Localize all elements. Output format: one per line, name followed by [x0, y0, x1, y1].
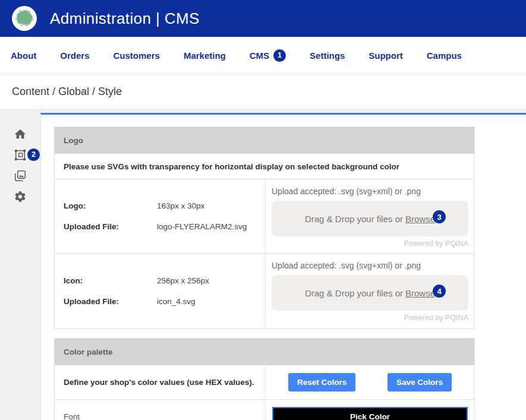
nav-item-cms[interactable]: CMS 1 — [250, 49, 286, 62]
annotation-badge-2: 2 — [27, 149, 40, 161]
color-instruction: Define your shop's color values (use HEX… — [55, 365, 265, 399]
main-nav: About Orders Customers Marketing CMS 1 S… — [0, 37, 526, 75]
photo-library-icon[interactable] — [14, 169, 27, 182]
reset-colors-button[interactable]: Reset Colors — [288, 373, 355, 391]
icon-file-row: Uploaded File: icon_4.svg — [64, 297, 256, 306]
logo-section-header: Logo — [55, 127, 474, 153]
nav-item-settings[interactable]: Settings — [310, 50, 345, 61]
uploaded-file-value: icon_4.svg — [157, 297, 256, 306]
content-region: 2 Logo Please use SVGs with transparency… — [0, 109, 526, 420]
browse-link[interactable]: Browse — [405, 214, 435, 224]
logo-section-note: Please use SVGs with transparency for ho… — [55, 153, 474, 179]
artboard-icon[interactable]: 2 — [14, 149, 27, 162]
uploaded-file-value: logo-FLYERALARM2.svg — [157, 222, 256, 231]
nav-item-campus[interactable]: Campus — [427, 50, 462, 61]
save-colors-button[interactable]: Save Colors — [388, 373, 452, 391]
logo-upload-row: Logo: 163px x 30px Uploaded File: logo-F… — [55, 179, 474, 253]
logo-dropzone[interactable]: Drag & Drop your files or Browse 3 — [272, 201, 468, 236]
nav-item-about[interactable]: About — [11, 50, 36, 61]
app-bar: Administration | CMS — [0, 0, 526, 37]
logo-label: Logo: — [64, 201, 157, 210]
browse-link[interactable]: Browse — [405, 288, 435, 298]
icon-size-row: Icon: 256px x 256px — [64, 276, 256, 285]
annotation-badge-4: 4 — [433, 285, 446, 298]
gear-icon[interactable] — [14, 190, 27, 203]
nav-item-support[interactable]: Support — [368, 50, 403, 61]
color-actions-row: Define your shop's color values (use HEX… — [55, 365, 474, 399]
logo-size-row: Logo: 163px x 30px — [64, 201, 256, 210]
upload-hint: Upload accepted: .svg (svg+xml) or .png — [272, 261, 468, 270]
nav-item-marketing[interactable]: Marketing — [184, 50, 226, 61]
powered-by-label: Powered by PQINA — [272, 314, 468, 322]
icon-dropzone[interactable]: Drag & Drop your files or Browse 4 — [272, 275, 468, 311]
uploaded-file-label: Uploaded File: — [64, 222, 157, 231]
pick-color-button[interactable]: Pick Color — [272, 407, 468, 420]
color-palette-section: Color palette Define your shop's color v… — [54, 338, 475, 420]
font-color-row: Font Pick Color — [55, 399, 474, 420]
icon-upload-row: Icon: 256px x 256px Uploaded File: icon_… — [55, 253, 474, 329]
icon-label: Icon: — [64, 276, 157, 285]
annotation-badge-3: 3 — [433, 210, 446, 223]
uploaded-file-label: Uploaded File: — [64, 297, 157, 306]
color-palette-header: Color palette — [55, 339, 474, 365]
brand-logo-icon — [12, 6, 37, 31]
settings-card: Logo Please use SVGs with transparency f… — [40, 113, 526, 420]
side-rail: 2 — [0, 109, 40, 420]
font-row-label: Font — [55, 400, 265, 420]
nav-item-orders[interactable]: Orders — [60, 50, 89, 61]
powered-by-label: Powered by PQINA — [272, 239, 468, 248]
breadcrumb-bar: Content / Global / Style — [0, 75, 526, 109]
logo-section: Logo Please use SVGs with transparency f… — [54, 127, 475, 329]
icon-size-value: 256px x 256px — [157, 276, 256, 285]
logo-size-value: 163px x 30px — [157, 201, 256, 210]
nav-item-customers[interactable]: Customers — [114, 50, 160, 61]
home-icon[interactable] — [14, 128, 27, 141]
annotation-badge-1: 1 — [273, 49, 286, 62]
upload-hint: Upload accepted: .svg (svg+xml) or .png — [272, 187, 468, 196]
breadcrumb[interactable]: Content / Global / Style — [12, 86, 122, 98]
app-title: Administration | CMS — [50, 10, 200, 28]
logo-file-row: Uploaded File: logo-FLYERALARM2.svg — [64, 222, 256, 231]
